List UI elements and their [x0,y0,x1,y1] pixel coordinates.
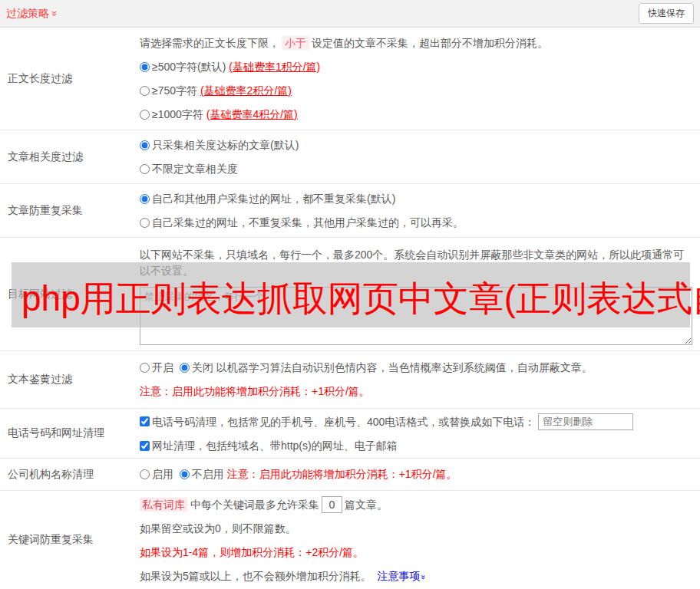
length-desc: 请选择需求的正文长度下限，小于设定值的文章不采集，超出部分不增加积分消耗。 [140,35,695,51]
double-chevron-down-icon: » [418,574,427,579]
keyword-note-cost: 如果设为1-4篇，则增加积分消耗：+2积分/篇。 [140,545,695,561]
quick-save-button[interactable]: 快速保存 [639,3,694,24]
fee-note: (基础费率2积分/篇) [200,84,292,97]
radio-porn-off[interactable] [180,363,190,373]
row-label: 关键词防重复采集 [0,491,140,589]
row-label: 文本鉴黄过滤 [0,351,140,408]
porn-filter-note: 注意：启用此功能将增加积分消耗：+1积分/篇。 [140,383,695,400]
row-dedup-collection: 文章防重复采集 自己和其他用户采集过的网址，都不重复采集(默认) 自己采集过的网… [0,184,700,238]
filter-strategy-page: 过滤策略 » 快速保存 正文长度过滤 请选择需求的正文长度下限，小于设定值的文章… [0,0,700,589]
length-option-750: ≥750字符 (基础费率2积分/篇) [140,83,695,99]
radio-dedup-self-only[interactable] [140,218,150,228]
private-thesaurus-badge: 私有词库 [140,498,187,512]
radio-1000-chars[interactable] [140,110,150,120]
company-cleanup-note: 注意：启用此功能将增加积分消耗：+1积分/篇。 [227,468,457,480]
keyword-note-5plus: 如果设为5篇或以上，也不会额外增加积分消耗。 注意事项» [140,568,695,584]
row-porn-filter: 文本鉴黄过滤 开启 关闭 以机器学习算法自动识别色情内容，当色情概率达到系统阈值… [0,351,700,409]
row-label: 公司机构名称清理 [0,459,140,490]
radio-company-off[interactable] [180,469,190,479]
notice-link[interactable]: 注意事项» [378,570,425,582]
row-label: 电话号码和网址清理 [0,409,140,458]
company-cleanup-options: 启用 不启用 注意：启用此功能将增加积分消耗：+1积分/篇。 [140,466,695,482]
radio-relevance-strict[interactable] [140,140,150,150]
row-phone-url-cleanup: 电话号码和网址清理 电话号码清理，包括常见的手机号、座机号、400电话格式，或替… [0,409,700,459]
checkbox-url-cleanup[interactable] [140,441,150,451]
dedup-option-all-users: 自己和其他用户采集过的网址，都不重复采集(默认) [140,191,695,207]
max-articles-input[interactable] [322,496,342,513]
less-than-highlight: 小于 [282,36,309,50]
row-text-length-filter: 正文长度过滤 请选择需求的正文长度下限，小于设定值的文章不采集，超出部分不增加积… [0,28,700,130]
radio-porn-on[interactable] [140,363,150,373]
row-label: 文章防重复采集 [0,184,140,237]
watermark-title-text: php用正则表达抓取网页中文章(正则表达式自 [21,275,700,322]
radio-company-on[interactable] [140,469,150,479]
porn-filter-options: 开启 关闭 以机器学习算法自动识别色情内容，当色情概率达到系统阈值，自动屏蔽文章… [140,360,695,376]
radio-750-chars[interactable] [140,86,150,96]
page-title-text: 过滤策略 [6,7,49,21]
row-relevance-filter: 文章相关度过滤 只采集相关度达标的文章(默认) 不限定文章相关度 [0,130,700,184]
phone-cleanup-line: 电话号码清理，包括常见的手机号、座机号、400电话格式，或替换成如下电话： [140,413,695,430]
length-option-1000: ≥1000字符 (基础费率4积分/篇) [140,107,695,123]
relevance-option-any: 不限定文章相关度 [140,161,695,177]
row-keyword-dedup: 关键词防重复采集 私有词库中每个关键词最多允许采集篇文章。 如果留空或设为0，则… [0,491,700,589]
relevance-option-strict: 只采集相关度达标的文章(默认) [140,137,695,153]
replacement-phone-input[interactable] [538,413,633,430]
keyword-limit-line: 私有词库中每个关键词最多允许采集篇文章。 [140,496,695,513]
fee-note: (基础费率4积分/篇) [206,108,298,120]
row-label: 文章相关度过滤 [0,130,140,183]
row-label: 正文长度过滤 [0,28,140,130]
url-cleanup-line: 网址清理，包括纯域名、带http(s)的网址、电子邮箱 [140,438,695,454]
radio-relevance-any[interactable] [140,164,150,174]
header-bar: 过滤策略 » 快速保存 [0,0,700,28]
radio-dedup-all-users[interactable] [140,194,150,204]
dedup-option-self-only: 自己采集过的网址，不重复采集，其他用户采集过的，可以再采。 [140,215,695,231]
page-title[interactable]: 过滤策略 » [6,7,58,21]
fee-note: (基础费率1积分/篇) [229,61,320,73]
radio-500-chars[interactable] [140,62,150,72]
length-option-500: ≥500字符(默认) (基础费率1积分/篇) [140,59,695,75]
checkbox-phone-cleanup[interactable] [140,416,150,426]
row-company-name-cleanup: 公司机构名称清理 启用 不启用 注意：启用此功能将增加积分消耗：+1积分/篇。 [0,459,700,491]
keyword-note-unlimited: 如果留空或设为0，则不限篇数。 [140,521,695,537]
double-chevron-down-icon: » [50,11,60,16]
